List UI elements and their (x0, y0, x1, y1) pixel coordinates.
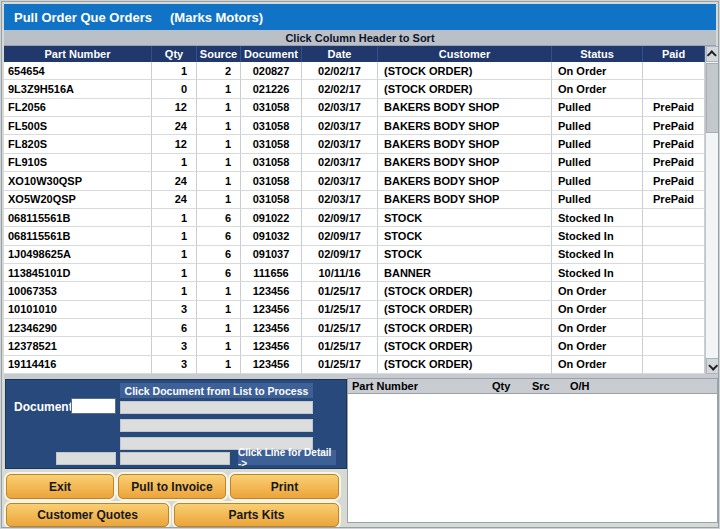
cell-source: 1 (197, 80, 241, 98)
cell-paid (643, 80, 705, 98)
cell-customer: BAKERS BODY SHOP (378, 154, 552, 172)
table-row[interactable]: 191144163112345601/25/17(STOCK ORDER)On … (4, 356, 705, 374)
table-row[interactable]: FL820S12103105802/03/17BAKERS BODY SHOPP… (4, 135, 705, 153)
scroll-down-button[interactable] (706, 358, 719, 374)
sort-hint-text: Click Column Header to Sort (285, 32, 434, 44)
cell-customer: BAKERS BODY SHOP (378, 191, 552, 209)
vertical-scrollbar[interactable] (705, 46, 718, 374)
cell-paid: PrePaid (643, 172, 705, 190)
table-row[interactable]: FL910S1103105802/03/17BAKERS BODY SHOPPu… (4, 154, 705, 172)
cell-date: 02/09/17 (302, 209, 378, 227)
cell-paid (643, 62, 705, 80)
customer-quotes-button[interactable]: Customer Quotes (6, 503, 169, 527)
cell-source: 1 (197, 356, 241, 374)
cell-source: 1 (197, 282, 241, 300)
cell-status: Stocked In (552, 227, 643, 245)
table-row[interactable]: FL500S24103105802/03/17BAKERS BODY SHOPP… (4, 117, 705, 135)
table-row[interactable]: 9L3Z9H516A0102122602/02/17(STOCK ORDER)O… (4, 80, 705, 98)
column-header-source[interactable]: Source (197, 46, 241, 62)
document-detail-field-5 (120, 452, 230, 465)
cell-document: 031058 (241, 117, 302, 135)
scrollbar-thumb[interactable] (706, 63, 719, 133)
cell-source: 1 (197, 319, 241, 337)
cell-source: 1 (197, 117, 241, 135)
cell-document: 123456 (241, 282, 302, 300)
print-button[interactable]: Print (230, 474, 339, 499)
cell-customer: (STOCK ORDER) (378, 356, 552, 374)
document-label: Document: (14, 400, 77, 414)
cell-status: Stocked In (552, 209, 643, 227)
cell-part: 113845101D (4, 264, 152, 282)
cell-customer: BAKERS BODY SHOP (378, 172, 552, 190)
column-header-part[interactable]: Part Number (4, 46, 152, 62)
chevron-up-icon (707, 50, 717, 60)
cell-qty: 1 (152, 154, 197, 172)
pull-to-invoice-button[interactable]: Pull to Invoice (118, 474, 226, 499)
table-row[interactable]: 123462906112345601/25/17(STOCK ORDER)On … (4, 319, 705, 337)
cell-customer: STOCK (378, 227, 552, 245)
cell-part: 9L3Z9H516A (4, 80, 152, 98)
cell-source: 1 (197, 99, 241, 117)
cell-part: XO10W30QSP (4, 172, 152, 190)
table-row[interactable]: 1J0498625A1609103702/09/17STOCKStocked I… (4, 246, 705, 264)
cell-customer: BAKERS BODY SHOP (378, 135, 552, 153)
table-row[interactable]: FL205612103105802/03/17BAKERS BODY SHOPP… (4, 99, 705, 117)
cell-customer: (STOCK ORDER) (378, 80, 552, 98)
cell-customer: (STOCK ORDER) (378, 301, 552, 319)
cell-qty: 3 (152, 301, 197, 319)
cell-document: 031058 (241, 172, 302, 190)
table-row[interactable]: XO10W30QSP24103105802/03/17BAKERS BODY S… (4, 172, 705, 190)
cell-part: FL2056 (4, 99, 152, 117)
line-detail-hint-text: Click Line for Detail -> (238, 447, 336, 469)
process-hint-strip: Click Document from List to Process (120, 383, 313, 398)
column-header-qty[interactable]: Qty (152, 46, 197, 62)
cell-paid (643, 264, 705, 282)
document-process-panel: Click Document from List to Process Docu… (5, 379, 347, 469)
cell-document: 111656 (241, 264, 302, 282)
table-row[interactable]: 113845101D1611165610/11/16BANNERStocked … (4, 264, 705, 282)
table-row[interactable]: 068115561B1609102202/09/17STOCKStocked I… (4, 209, 705, 227)
cell-customer: BAKERS BODY SHOP (378, 117, 552, 135)
preview-column-src: Src (532, 380, 570, 392)
cell-status: On Order (552, 319, 643, 337)
cell-paid: PrePaid (643, 135, 705, 153)
cell-document: 031058 (241, 154, 302, 172)
table-row[interactable]: 123785213112345601/25/17(STOCK ORDER)On … (4, 337, 705, 355)
table-body: 6546541202082702/02/17(STOCK ORDER)On Or… (4, 62, 705, 374)
chevron-down-icon (708, 360, 718, 370)
table-header-row: Part NumberQtySourceDocumentDateCustomer… (4, 46, 705, 62)
cell-date: 01/25/17 (302, 319, 378, 337)
column-header-date[interactable]: Date (302, 46, 378, 62)
table-row[interactable]: XO5W20QSP24103105802/03/17BAKERS BODY SH… (4, 191, 705, 209)
scroll-up-button[interactable] (706, 46, 719, 62)
cell-date: 02/03/17 (302, 117, 378, 135)
cell-document: 031058 (241, 99, 302, 117)
table-row[interactable]: 100673531112345601/25/17(STOCK ORDER)On … (4, 282, 705, 300)
cell-paid (643, 282, 705, 300)
cell-qty: 24 (152, 117, 197, 135)
cell-paid: PrePaid (643, 117, 705, 135)
table-row[interactable]: 6546541202082702/02/17(STOCK ORDER)On Or… (4, 62, 705, 80)
table-row[interactable]: 068115561B1609103202/09/17STOCKStocked I… (4, 227, 705, 245)
cell-document: 031058 (241, 191, 302, 209)
cell-customer: BANNER (378, 264, 552, 282)
parts-kits-button[interactable]: Parts Kits (174, 503, 339, 527)
column-header-status[interactable]: Status (552, 46, 643, 62)
preview-body (348, 394, 717, 522)
cell-date: 02/09/17 (302, 246, 378, 264)
document-input[interactable] (71, 398, 116, 414)
cell-document: 123456 (241, 301, 302, 319)
cell-customer: (STOCK ORDER) (378, 62, 552, 80)
column-header-document[interactable]: Document (241, 46, 302, 62)
table-row[interactable]: 101010103112345601/25/17(STOCK ORDER)On … (4, 301, 705, 319)
cell-paid (643, 356, 705, 374)
cell-status: Pulled (552, 99, 643, 117)
cell-part: 19114416 (4, 356, 152, 374)
column-header-paid[interactable]: Paid (643, 46, 705, 62)
process-hint-text: Click Document from List to Process (125, 385, 309, 397)
cell-paid (643, 246, 705, 264)
column-header-customer[interactable]: Customer (378, 46, 552, 62)
cell-source: 1 (197, 337, 241, 355)
exit-button[interactable]: Exit (6, 474, 114, 499)
cell-qty: 0 (152, 80, 197, 98)
